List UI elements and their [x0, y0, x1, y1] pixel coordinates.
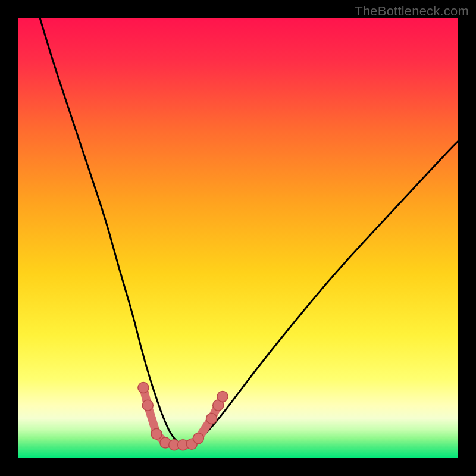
chart-frame — [0, 0, 476, 476]
watermark-text: TheBottleneck.com — [355, 4, 469, 19]
